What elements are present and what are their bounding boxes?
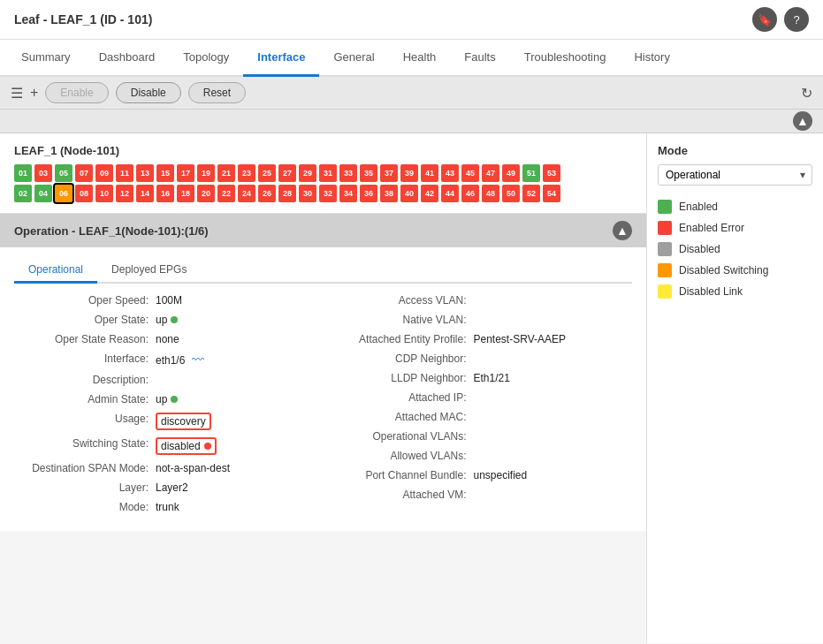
tab-topology[interactable]: Topology	[169, 40, 243, 77]
bookmark-button[interactable]: 🔖	[752, 7, 777, 32]
port-25[interactable]: 25	[258, 164, 276, 182]
detail-interface: Interface: eth1/6 〰	[14, 352, 315, 367]
detail-entity-profile: Attached Entity Profile: Pentest-SRV-AAE…	[332, 333, 633, 345]
tab-faults[interactable]: Faults	[450, 40, 509, 77]
tab-interface[interactable]: Interface	[243, 40, 319, 77]
port-44[interactable]: 44	[441, 185, 459, 202]
port-14[interactable]: 14	[136, 185, 154, 202]
port-42[interactable]: 42	[421, 185, 438, 202]
port-18[interactable]: 18	[177, 185, 194, 202]
tab-summary[interactable]: Summary	[7, 40, 85, 77]
port-30[interactable]: 30	[299, 185, 316, 202]
legend-color-disabled-switching	[658, 263, 672, 277]
port-06[interactable]: 06	[55, 185, 72, 202]
port-54[interactable]: 54	[543, 185, 560, 202]
tab-health[interactable]: Health	[389, 40, 451, 77]
port-20[interactable]: 20	[197, 185, 215, 202]
port-26[interactable]: 26	[258, 185, 276, 202]
port-02[interactable]: 02	[14, 185, 32, 202]
port-29[interactable]: 29	[299, 164, 316, 182]
port-46[interactable]: 46	[461, 185, 479, 202]
operation-title: Operation - LEAF_1(Node-101):(1/6)	[14, 224, 209, 238]
menu-button[interactable]: ☰	[11, 85, 23, 102]
detail-tabs: Operational Deployed EPGs	[14, 258, 632, 284]
wave-icon[interactable]: 〰	[192, 352, 204, 367]
add-button[interactable]: +	[30, 85, 38, 101]
port-47[interactable]: 47	[482, 164, 499, 182]
port-43[interactable]: 43	[441, 164, 459, 182]
disable-button[interactable]: Disable	[116, 82, 181, 103]
port-16[interactable]: 16	[156, 185, 174, 202]
tab-dashboard[interactable]: Dashboard	[85, 40, 170, 77]
port-36[interactable]: 36	[360, 185, 377, 202]
port-32[interactable]: 32	[319, 185, 337, 202]
detail-attached-vm: Attached VM:	[332, 489, 633, 501]
port-08[interactable]: 08	[75, 185, 93, 202]
port-33[interactable]: 33	[339, 164, 357, 182]
port-27[interactable]: 27	[278, 164, 296, 182]
mode-legend: Enabled Enabled Error Disabled Disabled …	[658, 196, 812, 302]
legend-disabled: Disabled	[658, 239, 812, 260]
port-10[interactable]: 10	[95, 185, 113, 202]
port-15[interactable]: 15	[156, 164, 174, 182]
port-34[interactable]: 34	[339, 185, 357, 202]
port-row-2: 02 04 06 08 10 12 14 16 18 20 22 24 26 2…	[14, 185, 632, 202]
port-50[interactable]: 50	[502, 185, 520, 202]
tab-general[interactable]: General	[319, 40, 388, 77]
refresh-button[interactable]: ↻	[801, 85, 812, 102]
node-title: LEAF_1 (Node-101)	[14, 144, 632, 157]
legend-color-disabled	[658, 242, 672, 256]
port-45[interactable]: 45	[461, 164, 479, 182]
port-01[interactable]: 01	[14, 164, 32, 182]
port-52[interactable]: 52	[522, 185, 540, 202]
tab-troubleshooting[interactable]: Troubleshooting	[510, 40, 621, 77]
port-17[interactable]: 17	[177, 164, 194, 182]
port-03[interactable]: 03	[34, 164, 52, 182]
port-07[interactable]: 07	[75, 164, 93, 182]
port-41[interactable]: 41	[421, 164, 438, 182]
tab-deployed-epgs[interactable]: Deployed EPGs	[97, 258, 201, 284]
port-22[interactable]: 22	[217, 185, 235, 202]
port-28[interactable]: 28	[278, 185, 296, 202]
port-40[interactable]: 40	[400, 185, 418, 202]
port-48[interactable]: 48	[482, 185, 499, 202]
help-button[interactable]: ?	[784, 7, 809, 32]
port-13[interactable]: 13	[136, 164, 154, 182]
details-area: Operational Deployed EPGs Oper Speed: 10…	[0, 247, 646, 531]
port-37[interactable]: 37	[380, 164, 398, 182]
port-31[interactable]: 31	[319, 164, 337, 182]
port-11[interactable]: 11	[116, 164, 133, 182]
detail-admin-state: Admin State: up	[14, 393, 315, 405]
switching-state-highlight: disabled	[156, 437, 217, 455]
port-21[interactable]: 21	[217, 164, 235, 182]
reset-button[interactable]: Reset	[188, 82, 246, 103]
detail-cdp-neighbor: CDP Neighbor:	[332, 352, 633, 365]
detail-native-vlan: Native VLAN:	[332, 314, 633, 326]
mode-select[interactable]: Operational Administrative	[658, 164, 812, 186]
port-53[interactable]: 53	[543, 164, 560, 182]
port-05[interactable]: 05	[55, 164, 72, 182]
port-38[interactable]: 38	[380, 185, 398, 202]
port-12[interactable]: 12	[116, 185, 133, 202]
title-icons: 🔖 ?	[752, 7, 809, 32]
port-04[interactable]: 04	[34, 185, 52, 202]
port-35[interactable]: 35	[360, 164, 377, 182]
tab-history[interactable]: History	[620, 40, 683, 77]
port-09[interactable]: 09	[95, 164, 113, 182]
port-24[interactable]: 24	[238, 185, 255, 202]
title-bar: Leaf - LEAF_1 (ID - 101) 🔖 ?	[0, 0, 823, 40]
port-19[interactable]: 19	[197, 164, 215, 182]
collapse-operation-button[interactable]: ▲	[613, 221, 632, 240]
port-51[interactable]: 51	[522, 164, 540, 182]
detail-lldp-neighbor: LLDP Neighbor: Eth1/21	[332, 372, 633, 384]
collapse-top-button[interactable]: ▲	[793, 111, 812, 131]
tab-operational[interactable]: Operational	[14, 258, 97, 284]
port-39[interactable]: 39	[400, 164, 418, 182]
legend-label-disabled: Disabled	[679, 243, 720, 255]
oper-state-dot	[171, 316, 178, 323]
port-23[interactable]: 23	[238, 164, 255, 182]
legend-label-disabled-link: Disabled Link	[679, 285, 743, 298]
port-49[interactable]: 49	[502, 164, 520, 182]
detail-mode: Mode: trunk	[14, 501, 315, 513]
enable-button[interactable]: Enable	[45, 82, 108, 103]
